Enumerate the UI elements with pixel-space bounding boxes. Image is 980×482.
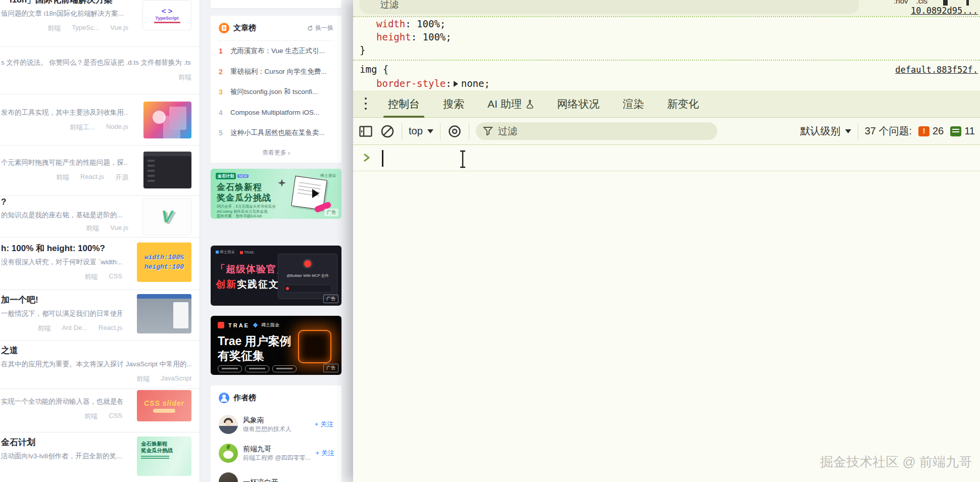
article-thumbnail-app-screenshot[interactable] xyxy=(143,152,191,188)
context-selector[interactable]: top xyxy=(409,125,433,137)
article-title[interactable]: 金石计划 xyxy=(1,437,122,448)
tab-ai-assistant[interactable]: AI 助理 xyxy=(476,90,546,118)
author-item[interactable]: 一杯凉白开 xyxy=(219,467,333,482)
author-item[interactable]: 前端九哥 前端工程师 @四四零零... + 关注 xyxy=(219,439,333,467)
tag[interactable]: 前端工... xyxy=(70,123,95,132)
css-declaration[interactable]: border-style:none; xyxy=(376,78,490,89)
article-excerpt: 的知识点是我的座右铭，基础是进阶的... xyxy=(1,211,128,220)
article-thumbnail-vue-logo[interactable] xyxy=(142,198,191,235)
article-excerpt: 值问题的文章 i18n国际化前端解决方案... xyxy=(1,9,128,18)
stylesheet-link[interactable]: 10.0892d95... xyxy=(911,6,978,16)
clear-console-icon[interactable] xyxy=(380,124,395,139)
log-level-selector[interactable]: 默认级别 xyxy=(800,124,851,138)
console-sidebar-toggle-icon[interactable] xyxy=(358,124,373,139)
feed-article[interactable]: ? 的知识点是我的座右铭，基础是进阶的... 前端 Vue.js xyxy=(0,196,200,237)
rank-item[interactable]: 1 尤雨溪宣布：Vue 生态正式引... xyxy=(219,41,333,62)
console-filter-input[interactable] xyxy=(476,122,717,140)
ad-banner-jinshi[interactable]: 金石计划 NEW 稀土掘金 金石焕新程 奖金瓜分挑战 码力全开，5万元现金大奖等… xyxy=(211,169,341,219)
tag[interactable]: 前端 xyxy=(86,224,99,233)
feed-article[interactable]: 金石计划 活动面向lv3-lv8创作者，开启全新的奖... 金石焕新程 奖金瓜分… xyxy=(0,432,200,482)
tag[interactable]: CSS xyxy=(109,272,122,281)
article-title[interactable]: 「i18n」国际化前端解决方案 xyxy=(1,0,128,6)
avatar[interactable] xyxy=(219,444,238,463)
issues-error-badge[interactable]: 26 xyxy=(918,125,944,137)
tag[interactable]: 前端 xyxy=(37,324,51,333)
tab-whats-new[interactable]: 新变化 xyxy=(656,90,711,118)
tag[interactable]: 前端 xyxy=(47,24,61,33)
feed-article[interactable]: s 文件的说法。 你赞同么？是否也应该把 .d.ts 文件都替换为 .ts...… xyxy=(0,47,200,94)
rank-item[interactable]: 5 这种小工具居然也能在某鱼卖... xyxy=(219,123,333,143)
ad-banner-trae-essay[interactable]: 稀土掘金 TRAE 「超级体验官」 创新实践征文 @Builder With M… xyxy=(211,246,341,306)
article-excerpt: 个元素同时拖拽可能产生的性能问题，探... xyxy=(1,158,128,167)
tag[interactable]: 前端 xyxy=(178,73,191,82)
feed-article[interactable]: 之道 在其中的应用尤为重要。本文将深入探讨 JavaScript 中常用的...… xyxy=(0,341,200,389)
refresh-button[interactable]: 换一换 xyxy=(307,24,333,32)
feed-article[interactable]: 个元素同时拖拽可能产生的性能问题，探... 前端 React.js 开源 xyxy=(0,146,200,196)
tag[interactable]: React.js xyxy=(80,173,104,182)
article-title[interactable]: 加一个吧! xyxy=(1,294,122,306)
rank-item[interactable]: 4 Compose Multiplatform iOS... xyxy=(219,103,333,123)
css-selector[interactable]: img { xyxy=(360,64,388,75)
feed-article[interactable]: 加一个吧! 一般情况下，都可以满足我们的日常使用... 前端 Ant De...… xyxy=(0,290,200,341)
article-excerpt: 一般情况下，都可以满足我们的日常使用... xyxy=(1,309,122,318)
eye-icon[interactable] xyxy=(447,124,462,139)
article-thumbnail-width-height[interactable]: width:100% height:100 xyxy=(137,243,191,282)
article-thumbnail-jinshi[interactable]: 金石焕新程 奖金瓜分挑战 xyxy=(137,437,191,476)
console-prompt-row[interactable] xyxy=(353,146,980,171)
article-title[interactable]: ? xyxy=(1,197,128,207)
author-desc: 前端工程师 @四四零零... xyxy=(243,454,311,462)
css-declaration[interactable]: width: 100%; xyxy=(376,18,446,29)
hov-toggle[interactable]: :hov xyxy=(894,0,908,5)
rank-item[interactable]: 3 被问tsconfig.json 和 tsconfi... xyxy=(219,82,333,103)
tag[interactable]: 前端 xyxy=(136,374,150,383)
feed-article[interactable]: h: 100% 和 height: 100%? 没有很深入研究，对于何时设置 `… xyxy=(0,237,200,290)
view-more-link[interactable]: 查看更多 › xyxy=(219,143,333,163)
article-title[interactable]: 之道 xyxy=(1,345,191,356)
tab-search[interactable]: 搜索 xyxy=(431,90,476,118)
tag[interactable]: Ant De... xyxy=(62,324,87,333)
tag[interactable]: 开源 xyxy=(115,173,128,182)
author-name[interactable]: 风象南 xyxy=(243,415,291,425)
kebab-menu-icon[interactable] xyxy=(359,95,372,113)
tab-rendering[interactable]: 渲染 xyxy=(611,90,656,118)
author-item[interactable]: 风象南 做有思想的技术人 + 关注 xyxy=(219,410,333,439)
text-caret xyxy=(382,150,383,167)
article-thumbnail-css-slider[interactable]: CSS slider xyxy=(137,390,191,421)
css-declaration[interactable]: height: 100%; xyxy=(376,31,452,42)
view-more-label: 查看更多 xyxy=(262,149,286,157)
tag[interactable]: Node.js xyxy=(106,123,128,132)
follow-button[interactable]: + 关注 xyxy=(315,420,333,429)
stylesheet-link[interactable]: default.883f52f. xyxy=(895,65,978,75)
tag[interactable]: Vue.js xyxy=(110,224,128,233)
author-name[interactable]: 一杯凉白开 xyxy=(243,477,278,482)
tag[interactable]: Vue.js xyxy=(110,24,128,33)
avatar[interactable] xyxy=(219,472,238,482)
tag[interactable]: 前端 xyxy=(56,173,69,182)
tag[interactable]: 前端 xyxy=(84,272,97,281)
feed-article[interactable]: 「i18n」国际化前端解决方案 值问题的文章 i18n国际化前端解决方案... … xyxy=(0,0,200,47)
console-output-area[interactable]: 掘金技术社区 @ 前端九哥 xyxy=(353,146,980,482)
ad-banner-trae-case[interactable]: TRAE 稀土掘金 Trae 用户案例 有奖征集 广告 xyxy=(211,316,341,375)
tag[interactable]: 前端 xyxy=(84,412,97,421)
tab-network-conditions[interactable]: 网络状况 xyxy=(546,90,611,118)
styles-pane-toggles: :hov .cls xyxy=(894,0,927,5)
tag[interactable]: TypeSc... xyxy=(72,24,99,33)
issues-message-badge[interactable]: 11 xyxy=(950,125,975,137)
rank-item[interactable]: 2 重磅福利：Cursor 向学生免费... xyxy=(219,62,333,82)
article-thumbnail-gradient[interactable] xyxy=(143,102,191,138)
styles-filter-input[interactable] xyxy=(359,0,859,14)
tag[interactable]: CSS xyxy=(109,412,122,421)
cls-toggle[interactable]: .cls xyxy=(916,0,928,5)
avatar[interactable] xyxy=(219,415,238,434)
tab-console[interactable]: 控制台 xyxy=(376,90,431,118)
feed-article[interactable]: 实现一个全功能的滑动输入器，也就是各... 前端 CSS CSS slider xyxy=(0,389,200,432)
follow-button[interactable]: + 关注 xyxy=(316,449,334,458)
article-thumbnail-typescript[interactable]: TypeScript xyxy=(142,0,191,30)
tag[interactable]: React.js xyxy=(99,324,122,333)
expand-triangle-icon[interactable] xyxy=(454,81,458,87)
author-name[interactable]: 前端九哥 xyxy=(243,444,311,454)
article-thumbnail-table-screenshot[interactable] xyxy=(137,294,191,333)
feed-article[interactable]: 发布的工具实现，其中主要涉及到收集用... 前端工... Node.js xyxy=(0,94,200,146)
tag[interactable]: JavaScript xyxy=(161,374,191,383)
article-title[interactable]: h: 100% 和 height: 100%? xyxy=(1,243,122,254)
